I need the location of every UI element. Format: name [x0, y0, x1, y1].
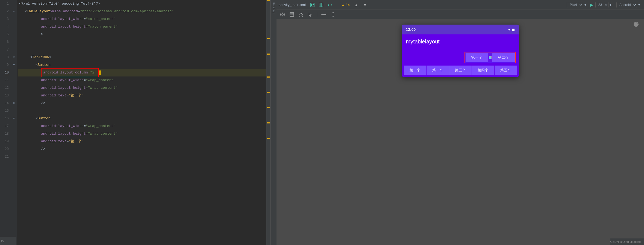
- settings-icon[interactable]: [634, 22, 639, 28]
- code-text-1: <?xml version="1.0" encoding="utf-8"?>: [19, 0, 100, 8]
- code-line-12[interactable]: android:layout_height="wrap_content": [18, 84, 266, 92]
- gutter-13: [11, 92, 17, 99]
- vertical-resize-btn[interactable]: [329, 11, 337, 18]
- phone-row2-btn3[interactable]: 第三个: [449, 66, 472, 75]
- filename-label: activity_main.xml: [279, 3, 306, 7]
- code-tag-9: Button: [38, 61, 51, 69]
- gutter-7: [11, 46, 17, 54]
- code-line-20[interactable]: />: [18, 145, 266, 153]
- table-btn[interactable]: [288, 11, 296, 18]
- code-line-16[interactable]: <Button: [18, 115, 266, 122]
- code-line-8[interactable]: <TableRow>: [18, 54, 266, 61]
- gutter-10: [11, 69, 17, 76]
- line-num-20: 20: [5, 145, 9, 153]
- warning-prev-btn[interactable]: ▲: [352, 2, 360, 8]
- editor-panel: 1 2 3 4 5 6 7 8 9 10 11 12 13 14 15 16 1…: [0, 0, 270, 245]
- svg-rect-5: [321, 3, 323, 7]
- code-line-14[interactable]: />: [18, 99, 266, 107]
- design-view-btn[interactable]: [308, 2, 316, 8]
- code-line-15[interactable]: [18, 107, 266, 115]
- line-num-17: 17: [5, 122, 9, 130]
- code-line-4[interactable]: android:layout_height="match_parent": [18, 23, 266, 31]
- code-val-3: "match_parent": [86, 15, 116, 23]
- split-view-btn[interactable]: [317, 2, 325, 8]
- code-attr-18: android:layout_height: [41, 130, 86, 138]
- code-line-3[interactable]: android:layout_width="match_parent": [18, 15, 266, 23]
- warning-next-btn[interactable]: ▼: [361, 2, 369, 8]
- code-line-13[interactable]: android:text="第一个": [18, 92, 266, 99]
- phone-row2-btn1[interactable]: 第一个: [404, 66, 427, 75]
- app-title: mytablelayout: [406, 39, 440, 45]
- code-val-11: "wrap_content": [86, 76, 116, 84]
- line-num-10: 10: [5, 69, 9, 76]
- code-lines: <?xml version="1.0" encoding="utf-8"?> <…: [17, 0, 266, 245]
- api-selector[interactable]: 33: [595, 2, 608, 8]
- phone-btn-second[interactable]: 第二个: [492, 53, 515, 62]
- code-tag-16: Button: [38, 115, 51, 122]
- cursor-btn[interactable]: [307, 11, 314, 18]
- gutter-8[interactable]: ▼: [11, 54, 17, 61]
- code-val-10: "2": [90, 69, 96, 76]
- phone-app-toolbar: mytablelayout: [402, 34, 519, 49]
- line-num-9: 9: [7, 61, 9, 69]
- code-val-12: "wrap_content": [88, 84, 118, 92]
- code-line-10[interactable]: android:layout_column="2": [18, 69, 266, 76]
- theme-arrow: ▾: [638, 3, 640, 7]
- scroll-marker-7: [267, 122, 270, 123]
- code-line-21[interactable]: [18, 153, 266, 161]
- line-num-19: 19: [5, 138, 9, 145]
- code-view-btn[interactable]: [326, 2, 334, 8]
- phone-btn-first[interactable]: 第一个: [466, 53, 488, 62]
- svg-rect-2: [313, 4, 314, 5]
- device-selector[interactable]: Pixel: [567, 2, 583, 8]
- phone-row2-btn5[interactable]: 第五个: [495, 66, 517, 75]
- horizontal-resize-btn[interactable]: [320, 11, 328, 18]
- gutter-3: [11, 15, 17, 23]
- gutter: ▼ ▼ ▼ ■ ▼: [11, 0, 17, 245]
- highlighted-attribute: android:layout_column="2": [41, 68, 99, 77]
- code-attr-2: xmlns:android: [50, 8, 78, 15]
- gutter-9[interactable]: ▼: [11, 61, 17, 69]
- preview-area: 12:00 ▾ ◼ mytablelayout 第一个 第二个: [277, 19, 644, 245]
- code-line-11[interactable]: android:layout_width="wrap_content": [18, 76, 266, 84]
- phone-row2: 第一个 第二个 第三个 第四个 第五个: [404, 66, 517, 75]
- gutter-14[interactable]: ■: [11, 99, 17, 107]
- gutter-21: [11, 153, 17, 161]
- run-icon: ▶: [590, 2, 593, 8]
- gutter-15: [11, 107, 17, 115]
- code-line-2[interactable]: <TableLayout xmlns:android="http://schem…: [18, 8, 266, 15]
- line-num-2: 2: [7, 8, 9, 15]
- scroll-marker-8: [267, 138, 270, 139]
- theme-selector[interactable]: Android: [616, 2, 637, 8]
- phone-row2-btn4[interactable]: 第四个: [472, 66, 495, 75]
- signal-icon: ◼: [512, 28, 515, 32]
- code-line-9[interactable]: <Button: [18, 61, 266, 69]
- warning-label: ▲ 14: [341, 3, 350, 7]
- line-num-6: 6: [7, 38, 9, 46]
- code-line-19[interactable]: android:text="第二个": [18, 138, 266, 145]
- code-line-1[interactable]: <?xml version="1.0" encoding="utf-8"?>: [18, 0, 266, 8]
- gutter-4: [11, 23, 17, 31]
- svg-rect-4: [319, 3, 321, 7]
- api-arrow: ▾: [610, 3, 611, 7]
- code-attr-4: android:layout_height: [41, 23, 86, 31]
- gutter-2[interactable]: ▼: [11, 8, 17, 15]
- credit-text: CSDN @Ding Jiaxiong: [610, 240, 641, 243]
- line-num-13: 13: [5, 92, 9, 99]
- gutter-16[interactable]: ▼: [11, 115, 17, 122]
- code-attr-12: android:layout_height: [41, 84, 86, 92]
- code-line-6[interactable]: [18, 38, 266, 46]
- eye-btn[interactable]: [279, 11, 286, 18]
- code-line-18[interactable]: android:layout_height="wrap_content": [18, 130, 266, 138]
- palette-label: Palette: [272, 2, 275, 13]
- phone-row2-btn2[interactable]: 第二个: [427, 66, 449, 75]
- code-attr-17: android:layout_width: [41, 122, 84, 130]
- code-line-5[interactable]: >: [18, 31, 266, 38]
- main-toolbar: activity_main.xml ▲ 14 ▲ ▼ Pixel ▾ ▶ 33 …: [277, 0, 644, 10]
- svg-rect-8: [290, 13, 294, 16]
- code-line-7[interactable]: [18, 46, 266, 54]
- code-line-17[interactable]: android:layout_width="wrap_content": [18, 122, 266, 130]
- magic-btn[interactable]: [297, 11, 305, 18]
- gutter-11: [11, 76, 17, 84]
- line-num-18: 18: [5, 130, 9, 138]
